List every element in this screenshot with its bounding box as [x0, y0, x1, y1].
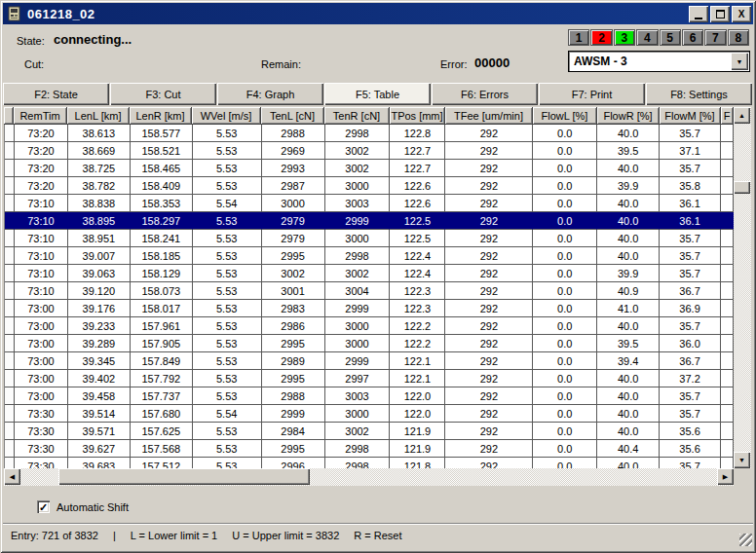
table-row[interactable]: 73:0039.289157.9055.5329953000122.22920.… [5, 335, 734, 352]
resize-grip-icon[interactable] [739, 534, 752, 546]
table-cell [721, 317, 734, 335]
table-cell: 40.0 [597, 317, 660, 335]
row-margin [5, 370, 15, 387]
table-cell: 292 [445, 387, 533, 405]
table-cell: 157.792 [131, 370, 193, 387]
table-cell: 122.3 [390, 300, 445, 317]
table-row[interactable]: 73:0039.176158.0175.5329832999122.32920.… [5, 300, 734, 317]
row-margin [5, 160, 15, 177]
tab-f7-print[interactable]: F7: Print [539, 83, 645, 105]
scroll-down-button[interactable]: ▼ [734, 452, 750, 468]
table-cell: 292 [445, 458, 533, 468]
table-row[interactable]: 73:2038.613158.5775.5329882998122.82920.… [5, 125, 734, 142]
table-cell: 3004 [325, 282, 391, 300]
tab-f3-cut[interactable]: F3: Cut [110, 83, 216, 105]
table-header: RemTimLenL [km]LenR [km]WVel [m/s]TenL [… [4, 107, 734, 125]
scroll-right-button[interactable]: ▶ [717, 468, 734, 485]
unit-button-1[interactable]: 1 [568, 29, 589, 46]
cut-label: Cut: [24, 58, 44, 70]
automatic-shift-checkbox[interactable]: ✓ [37, 500, 50, 513]
table-cell: 0.0 [533, 423, 597, 440]
unit-button-4[interactable]: 4 [636, 29, 658, 46]
state-value: connecting... [54, 32, 132, 47]
unit-button-7[interactable]: 7 [704, 29, 726, 46]
table-row[interactable]: 73:0039.345157.8495.5329892999122.12920.… [5, 352, 734, 370]
scroll-left-button[interactable]: ◀ [4, 468, 20, 485]
minimize-button[interactable] [689, 6, 708, 22]
table-cell: 37.2 [660, 370, 721, 387]
table-cell: 2998 [325, 247, 391, 265]
table-cell: 35.7 [660, 247, 721, 265]
column-header-f: F [721, 107, 734, 125]
horizontal-scrollbar[interactable]: ◀ ▶ [4, 468, 734, 486]
table-row[interactable]: 73:1039.063158.1295.5330023002122.42920.… [5, 265, 734, 282]
table-row[interactable]: 73:0039.458157.7375.5329883003122.02920.… [5, 387, 734, 405]
table-cell: 73:20 [15, 125, 68, 142]
unit-button-5[interactable]: 5 [660, 29, 681, 46]
table-cell: 5.53 [193, 317, 262, 335]
vertical-scroll-thumb[interactable] [734, 181, 750, 194]
table-cell: 73:00 [15, 317, 68, 335]
table-row[interactable]: 73:0039.233157.9615.5329863000122.22920.… [5, 317, 734, 335]
table-cell: 157.568 [131, 440, 193, 458]
table-cell: 122.4 [390, 247, 445, 265]
table-cell [721, 423, 734, 440]
table-row[interactable]: 73:1038.895158.2975.5329792999122.52920.… [5, 212, 734, 230]
column-header-flowm: FlowM [%] [660, 107, 721, 125]
table-row[interactable]: 73:0039.402157.7925.5329952997122.12920.… [5, 370, 734, 387]
table-cell [721, 160, 734, 177]
table-cell: 38.838 [68, 195, 131, 212]
tab-f2-state[interactable]: F2: State [3, 83, 109, 105]
unit-button-6[interactable]: 6 [682, 29, 703, 46]
table-cell: 38.895 [68, 212, 131, 230]
close-button[interactable]: X [732, 6, 751, 22]
table-cell: 0.0 [533, 177, 597, 195]
table-row[interactable]: 73:1038.951158.2415.5329793000122.52920.… [5, 230, 734, 247]
table-cell: 157.625 [131, 423, 193, 440]
tab-f5-table[interactable]: F5: Table [324, 83, 431, 105]
table-row[interactable]: 73:2038.782158.4095.5329873000122.62920.… [5, 177, 734, 195]
table-cell: 40.0 [597, 160, 660, 177]
maximize-button[interactable] [710, 6, 730, 22]
table-cell: 73:30 [15, 405, 68, 423]
table-row[interactable]: 73:3039.627157.5685.5329952998121.92920.… [5, 440, 734, 458]
table-cell: 3002 [325, 160, 391, 177]
table-cell: 0.0 [533, 440, 597, 458]
table-cell: 39.9 [597, 265, 660, 282]
table-cell: 5.53 [193, 212, 262, 230]
table-row[interactable]: 73:1039.120158.0735.5330013004122.32920.… [5, 282, 734, 300]
table-cell: 292 [445, 370, 533, 387]
tab-f4-graph[interactable]: F4: Graph [217, 83, 323, 105]
dropdown-arrow-button[interactable]: ▼ [731, 53, 748, 70]
unit-button-2[interactable]: 2 [590, 29, 612, 46]
status-segment-4: R = Reset [354, 530, 401, 541]
checkmark-icon: ✓ [39, 502, 48, 512]
table-row[interactable]: 73:3039.514157.6805.5429993000122.02920.… [5, 405, 734, 423]
tab-f6-errors[interactable]: F6: Errors [432, 83, 538, 105]
tab-f8-settings[interactable]: F8: Settings [646, 83, 752, 105]
table-cell: 3003 [325, 195, 391, 212]
row-margin [5, 142, 15, 160]
window-title: 061218_02 [27, 7, 689, 21]
table-cell [721, 282, 734, 300]
table-cell: 157.512 [131, 458, 193, 468]
table-row[interactable]: 73:1039.007158.1855.5329952998122.42920.… [5, 247, 734, 265]
table-row[interactable]: 73:2038.725158.4655.5329933002122.72920.… [5, 160, 734, 177]
table-cell: 5.53 [193, 370, 262, 387]
row-margin [5, 125, 15, 142]
table-row[interactable]: 73:2038.669158.5215.5329693002122.72920.… [5, 142, 734, 160]
unit-button-3[interactable]: 3 [614, 29, 635, 46]
horizontal-scroll-thumb[interactable] [58, 468, 310, 485]
device-select[interactable]: AWSM - 3 ▼ [568, 51, 750, 72]
unit-button-8[interactable]: 8 [728, 29, 749, 46]
table-cell: 38.782 [68, 177, 131, 195]
table-row[interactable]: 73:1038.838158.3535.5430003003122.62920.… [5, 195, 734, 212]
vertical-scrollbar[interactable]: ▲ ▼ [734, 107, 751, 468]
tab-bar: F2: StateF3: CutF4: GraphF5: TableF6: Er… [3, 83, 753, 105]
table-row[interactable]: 73:3039.683157.5125.5329962998121.82920.… [5, 458, 734, 468]
table-cell: 5.53 [193, 177, 262, 195]
table-cell: 39.683 [68, 458, 131, 468]
table-row[interactable]: 73:3039.571157.6255.5329843002121.92920.… [5, 423, 734, 440]
table-cell: 2998 [325, 125, 391, 142]
scroll-up-button[interactable]: ▲ [734, 107, 750, 124]
